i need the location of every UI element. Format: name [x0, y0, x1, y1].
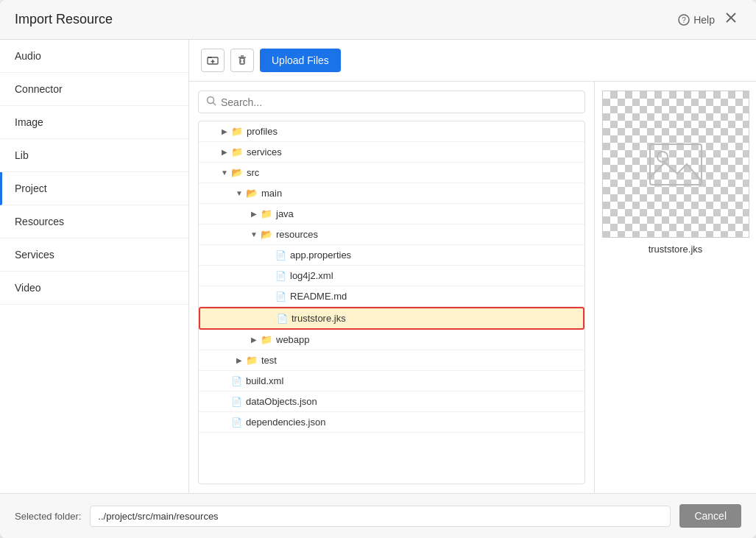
- tree-item-java[interactable]: ▶ 📁 java: [199, 204, 584, 224]
- delete-button[interactable]: [230, 49, 254, 72]
- expand-icon-src: ▼: [219, 168, 230, 178]
- tree-item-truststore[interactable]: ▶ 📄 truststore.jks: [199, 307, 584, 330]
- svg-rect-15: [650, 144, 702, 185]
- file-icon-app-properties: 📄: [275, 250, 286, 261]
- folder-icon-main: 📂: [246, 188, 258, 199]
- tree-item-app-properties[interactable]: ▶ 📄 app.properties: [199, 245, 584, 266]
- help-button[interactable]: ? Help: [678, 14, 715, 26]
- tree-label-log4j2: log4j2.xml: [290, 270, 333, 281]
- svg-point-13: [208, 97, 214, 104]
- image-placeholder-icon: [646, 141, 705, 188]
- selected-folder-label: Selected folder:: [15, 511, 81, 522]
- tree-item-dataobjects[interactable]: ▶ 📄 dataObjects.json: [199, 392, 584, 412]
- add-folder-button[interactable]: [201, 49, 225, 72]
- tree-label-java: java: [276, 208, 294, 219]
- tree-item-dependencies[interactable]: ▶ 📄 dependencies.json: [199, 412, 584, 433]
- expand-icon-services: ▶: [219, 147, 230, 157]
- dialog-footer: Selected folder: Cancel: [0, 493, 756, 538]
- tree-label-main: main: [261, 188, 282, 199]
- sidebar-item-audio[interactable]: Audio: [0, 40, 188, 73]
- tree-item-main[interactable]: ▼ 📂 main: [199, 183, 584, 204]
- svg-point-16: [657, 152, 668, 162]
- upload-files-label: Upload Files: [272, 54, 329, 66]
- svg-text:?: ?: [682, 16, 686, 24]
- tree-item-test[interactable]: ▶ 📁 test: [199, 350, 584, 371]
- tree-item-log4j2[interactable]: ▶ 📄 log4j2.xml: [199, 266, 584, 286]
- sidebar-item-resources-label: Resources: [15, 216, 64, 227]
- tree-item-services[interactable]: ▶ 📁 services: [199, 142, 584, 163]
- expand-icon-webapp: ▶: [249, 335, 259, 345]
- selected-folder-input[interactable]: [90, 506, 671, 527]
- file-icon-readme: 📄: [275, 291, 286, 302]
- delete-icon: [236, 54, 248, 66]
- sidebar-item-video[interactable]: Video: [0, 272, 188, 305]
- header-actions: ? Help: [678, 10, 741, 29]
- close-icon: [725, 12, 737, 24]
- tree-item-readme[interactable]: ▶ 📄 README.md: [199, 286, 584, 307]
- search-box: [198, 91, 585, 113]
- tree-label-dependencies: dependencies.json: [246, 417, 325, 428]
- sidebar-item-lib-label: Lib: [15, 149, 29, 161]
- expand-icon-resources: ▼: [249, 230, 259, 240]
- tree-label-test: test: [261, 355, 277, 366]
- help-icon: ?: [678, 14, 690, 26]
- sidebar-item-project[interactable]: Project: [0, 172, 188, 205]
- file-icon-truststore: 📄: [277, 314, 288, 324]
- folder-icon-webapp: 📁: [261, 334, 272, 345]
- svg-line-14: [213, 103, 216, 106]
- tree-label-src: src: [247, 167, 259, 178]
- file-icon-log4j2: 📄: [275, 271, 286, 281]
- tree-item-build-xml[interactable]: ▶ 📄 build.xml: [199, 371, 584, 392]
- sidebar: Audio Connector Image Lib Project Resour…: [0, 40, 189, 493]
- file-icon-dataobjects: 📄: [231, 397, 242, 407]
- dialog-title: Import Resource: [15, 12, 113, 27]
- sidebar-item-services[interactable]: Services: [0, 238, 188, 272]
- file-icon-build: 📄: [231, 376, 242, 386]
- tree-item-webapp[interactable]: ▶ 📁 webapp: [199, 330, 584, 350]
- sidebar-item-lib[interactable]: Lib: [0, 139, 188, 172]
- expand-icon-main: ▼: [234, 188, 244, 199]
- tree-label-webapp: webapp: [276, 334, 310, 345]
- sidebar-item-video-label: Video: [15, 282, 41, 294]
- folder-icon-services: 📁: [231, 146, 243, 157]
- folder-icon-test: 📁: [246, 355, 258, 366]
- expand-icon-java: ▶: [249, 209, 259, 219]
- dialog-body: Audio Connector Image Lib Project Resour…: [0, 40, 756, 493]
- sidebar-item-connector[interactable]: Connector: [0, 73, 188, 106]
- folder-icon-java: 📁: [261, 208, 272, 219]
- sidebar-item-audio-label: Audio: [15, 50, 41, 62]
- expand-icon-profiles: ▶: [219, 127, 230, 137]
- file-tree: ▶ 📁 profiles ▶ 📁 services: [198, 121, 585, 484]
- sidebar-item-resources[interactable]: Resources: [0, 205, 188, 238]
- tree-label-readme: README.md: [290, 291, 347, 302]
- upload-files-button[interactable]: Upload Files: [260, 49, 341, 72]
- import-resource-dialog: Import Resource ? Help Audio: [0, 0, 756, 538]
- tree-label-app-properties: app.properties: [290, 249, 351, 261]
- cancel-button[interactable]: Cancel: [679, 504, 741, 528]
- close-button[interactable]: [721, 10, 741, 29]
- search-input[interactable]: [221, 96, 577, 108]
- tree-label-resources: resources: [276, 229, 318, 240]
- preview-panel: truststore.jks: [594, 82, 756, 493]
- tree-label-services: services: [247, 146, 282, 157]
- tree-item-src[interactable]: ▼ 📂 src: [199, 163, 584, 183]
- sidebar-item-image[interactable]: Image: [0, 106, 188, 139]
- file-icon-dependencies: 📄: [231, 417, 242, 428]
- tree-label-build: build.xml: [246, 375, 283, 386]
- tree-label-truststore: truststore.jks: [292, 313, 346, 324]
- main-content: Upload Files: [189, 40, 756, 493]
- expand-icon-test: ▶: [234, 355, 244, 366]
- sidebar-item-project-label: Project: [15, 183, 47, 194]
- tree-label-profiles: profiles: [247, 126, 278, 137]
- cancel-label: Cancel: [694, 510, 727, 522]
- folder-icon-resources: 📂: [261, 229, 272, 240]
- file-browser: ▶ 📁 profiles ▶ 📁 services: [189, 82, 594, 493]
- sidebar-item-connector-label: Connector: [15, 83, 63, 95]
- folder-icon-profiles: 📁: [231, 126, 243, 137]
- tree-item-resources-folder[interactable]: ▼ 📂 resources: [199, 224, 584, 245]
- sidebar-item-image-label: Image: [15, 116, 43, 128]
- tree-item-profiles[interactable]: ▶ 📁 profiles: [199, 121, 584, 142]
- folder-icon-src: 📂: [231, 167, 243, 178]
- help-label: Help: [693, 14, 715, 26]
- sidebar-item-services-label: Services: [15, 249, 54, 261]
